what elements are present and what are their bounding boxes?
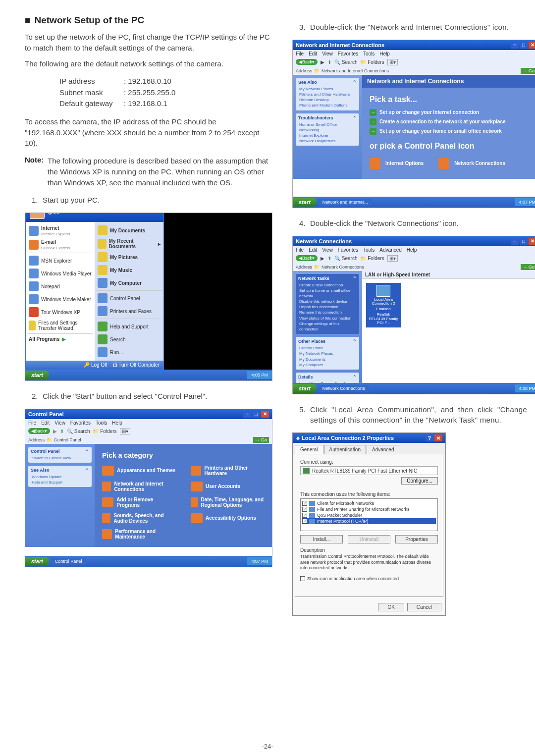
task-setup-internet[interactable]: →Set up or change your Internet connecti… bbox=[370, 109, 532, 116]
up-icon[interactable]: ⬆ bbox=[327, 59, 331, 65]
other-my-docs[interactable]: My Documents bbox=[298, 357, 357, 362]
other-control-panel[interactable]: Control Panel bbox=[298, 345, 357, 351]
collapse-icon[interactable]: ⌃ bbox=[353, 339, 357, 344]
back-button[interactable]: ◀ Back ▾ bbox=[296, 59, 318, 65]
show-icon-checkbox[interactable] bbox=[300, 576, 305, 581]
task-disable[interactable]: Disable this network device bbox=[298, 299, 357, 304]
start-item-internet[interactable]: InternetInternet Explorer bbox=[28, 224, 93, 238]
my-network-places-link[interactable]: My Network Places bbox=[298, 86, 357, 92]
connection-item[interactable]: Local Area Connection 2 Enabled Realtek … bbox=[366, 283, 401, 328]
ok-button[interactable]: OK bbox=[378, 603, 404, 611]
cat-network[interactable]: Network and Internet Connections bbox=[102, 481, 176, 492]
go-button[interactable]: → Go bbox=[521, 68, 535, 74]
collapse-icon[interactable]: ⌃ bbox=[353, 115, 357, 120]
toolbar[interactable]: ◀ Back ▾ ▶ ⬆ 🔍 Search 📁 Folders ⊞▾ bbox=[293, 254, 535, 263]
search-button[interactable]: 🔍 Search bbox=[67, 429, 90, 434]
ie-tshoot-link[interactable]: Internet Explorer bbox=[298, 133, 357, 138]
cat-datetime[interactable]: Date, Time, Language, and Regional Optio… bbox=[191, 497, 265, 508]
remote-desktop-link[interactable]: Remote Desktop bbox=[298, 97, 357, 103]
cp-internet-options[interactable]: Internet Options bbox=[370, 158, 424, 169]
netdiag-tshoot-link[interactable]: Network Diagnostics bbox=[298, 138, 357, 144]
views-icon[interactable]: ⊞▾ bbox=[387, 59, 398, 65]
start-item-printers[interactable]: Printers and Faxes bbox=[97, 305, 161, 318]
start-item-search[interactable]: Search bbox=[97, 333, 161, 346]
install-button[interactable]: Install... bbox=[300, 535, 343, 543]
start-item-wmp[interactable]: Windows Media Player bbox=[28, 267, 93, 280]
close-button[interactable]: ✕ bbox=[529, 42, 535, 49]
cat-appearance[interactable]: Appearance and Themes bbox=[102, 465, 176, 476]
folders-button[interactable]: 📁 Folders bbox=[93, 429, 116, 434]
views-icon[interactable]: ⊞▾ bbox=[387, 255, 398, 262]
start-button[interactable]: start bbox=[293, 198, 317, 207]
minimize-button[interactable]: – bbox=[243, 411, 251, 418]
folders-button[interactable]: 📁 Folders bbox=[360, 256, 384, 261]
start-item-email[interactable]: E-mailOutlook Express bbox=[28, 238, 93, 252]
cat-accessibility[interactable]: Accessibility Options bbox=[191, 513, 265, 524]
start-item-run[interactable]: Run... bbox=[97, 346, 161, 359]
address-value[interactable]: Network and Internet Connections bbox=[321, 68, 389, 73]
start-all-programs[interactable]: All Programs ▶ bbox=[28, 335, 93, 343]
other-my-network[interactable]: My Network Places bbox=[298, 351, 357, 356]
cat-performance[interactable]: Performance and Maintenance bbox=[102, 529, 176, 540]
windows-update-link[interactable]: Windows Update bbox=[31, 474, 89, 480]
cat-addremove[interactable]: Add or Remove Programs bbox=[102, 497, 176, 508]
start-item-moviemaker[interactable]: Windows Movie Maker bbox=[28, 293, 93, 306]
configure-button[interactable]: Configure... bbox=[401, 477, 438, 485]
address-value[interactable]: Control Panel bbox=[54, 437, 81, 442]
up-icon[interactable]: ⬆ bbox=[60, 429, 64, 434]
task-change-settings[interactable]: Change settings of this connection bbox=[298, 321, 357, 332]
switch-classic-link[interactable]: Switch to Classic View bbox=[31, 455, 89, 461]
taskbar-item[interactable]: Network Connections bbox=[319, 385, 369, 392]
logoff-button[interactable]: 🔑 Log Off bbox=[84, 362, 107, 368]
taskbar-item[interactable]: Network and Internet… bbox=[319, 199, 373, 206]
go-button[interactable]: → Go bbox=[521, 264, 535, 270]
start-item-mycomp[interactable]: My Computer bbox=[97, 276, 161, 289]
tab-general[interactable]: General bbox=[295, 445, 323, 454]
address-value[interactable]: Network Connections bbox=[321, 265, 364, 270]
close-button[interactable]: ✕ bbox=[261, 411, 269, 418]
other-my-comp[interactable]: My Computer bbox=[298, 362, 357, 368]
maximize-button[interactable]: □ bbox=[520, 42, 528, 49]
home-office-tshoot-link[interactable]: Home or Small Office Networking bbox=[298, 122, 357, 133]
phone-modem-link[interactable]: Phone and Modem Options bbox=[298, 103, 357, 108]
task-setup-home[interactable]: Set up a home or small office network bbox=[298, 288, 357, 299]
printers-hardware-link[interactable]: Printers and Other Hardware bbox=[298, 92, 357, 97]
cat-sounds[interactable]: Sounds, Speech, and Audio Devices bbox=[102, 513, 176, 524]
start-item-controlpanel[interactable]: Control Panel bbox=[97, 292, 161, 305]
start-button[interactable]: start bbox=[25, 557, 49, 566]
help-support-link[interactable]: Help and Support bbox=[31, 480, 89, 485]
items-listbox[interactable]: ✓Client for Microsoft Networks ✓File and… bbox=[300, 498, 438, 531]
back-button[interactable]: ◀ Back ▾ bbox=[296, 255, 318, 261]
start-item-mymusic[interactable]: My Music bbox=[97, 264, 161, 276]
taskbar-item[interactable]: Control Panel bbox=[51, 558, 86, 565]
back-button[interactable]: ◀ Back ▾ bbox=[28, 428, 50, 434]
task-create-conn[interactable]: Create a new connection bbox=[298, 282, 357, 288]
search-button[interactable]: 🔍 Search bbox=[334, 59, 357, 65]
forward-button[interactable]: ▶ bbox=[321, 256, 324, 261]
toolbar[interactable]: ◀ Back ▾ ▶ ⬆ 🔍 Search 📁 Folders ⊞▾ bbox=[293, 57, 535, 67]
forward-button[interactable]: ▶ bbox=[321, 59, 324, 65]
collapse-icon[interactable]: ⌃ bbox=[85, 468, 89, 473]
close-button[interactable]: ✕ bbox=[529, 238, 535, 245]
start-item-mypics[interactable]: My Pictures bbox=[97, 251, 161, 264]
start-item-msn[interactable]: MSN Explorer bbox=[28, 254, 93, 267]
start-item-tour[interactable]: Tour Windows XP bbox=[28, 306, 93, 319]
menu-bar[interactable]: FileEditViewFavoritesToolsHelp bbox=[293, 50, 535, 57]
start-item-notepad[interactable]: Notepad bbox=[28, 280, 93, 293]
views-icon[interactable]: ⊞▾ bbox=[120, 428, 130, 434]
start-item-mydocs[interactable]: My Documents bbox=[97, 224, 161, 237]
uninstall-button[interactable]: Uninstall bbox=[348, 535, 390, 543]
cancel-button[interactable]: Cancel bbox=[407, 603, 441, 611]
task-repair[interactable]: Repair this connection bbox=[298, 304, 357, 310]
folders-button[interactable]: 📁 Folders bbox=[360, 59, 384, 65]
maximize-button[interactable]: □ bbox=[520, 238, 528, 245]
collapse-icon[interactable]: ⌃ bbox=[353, 375, 357, 379]
help-button[interactable]: ? bbox=[426, 434, 433, 441]
cat-printers[interactable]: Printers and Other Hardware bbox=[191, 465, 265, 476]
start-item-fst[interactable]: Files and Settings Transfer Wizard bbox=[28, 319, 93, 332]
menu-bar[interactable]: FileEditViewFavoritesToolsHelp bbox=[25, 419, 272, 427]
start-button[interactable]: start bbox=[293, 384, 317, 393]
cat-users[interactable]: User Accounts bbox=[191, 481, 265, 492]
minimize-button[interactable]: – bbox=[511, 42, 519, 49]
tab-advanced[interactable]: Advanced bbox=[367, 445, 399, 454]
